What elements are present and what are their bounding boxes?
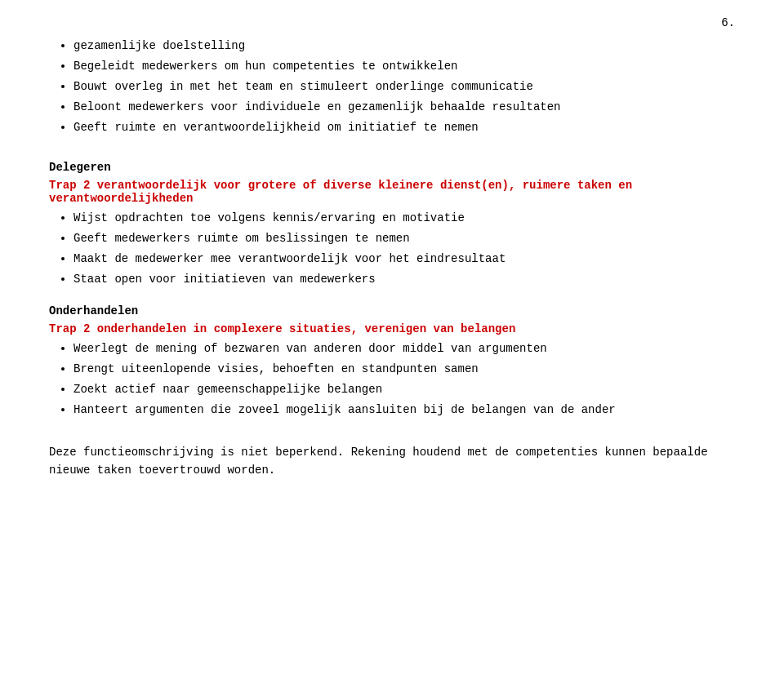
- intro-bullet-4: Beloont medewerkers voor individuele en …: [74, 99, 735, 116]
- delegeren-heading: Delegeren: [49, 161, 735, 174]
- intro-bullet-list: gezamenlijke doelstelling Begeleidt mede…: [74, 38, 735, 136]
- delegeren-bullet-list: Wijst opdrachten toe volgens kennis/erva…: [74, 210, 735, 288]
- footer-text: Deze functieomschrijving is niet beperke…: [49, 443, 735, 480]
- delegeren-section: Delegeren Trap 2 verantwoordelijk voor g…: [49, 161, 735, 288]
- intro-bullet-5: Geeft ruimte en verantwoordelijkheid om …: [74, 119, 735, 136]
- delegeren-bullet-2: Geeft medewerkers ruimte om beslissingen…: [74, 230, 735, 247]
- delegeren-bullet-3: Maakt de medewerker mee verantwoordelijk…: [74, 251, 735, 268]
- delegeren-trap-label: Trap 2 verantwoordelijk voor grotere of …: [49, 179, 735, 205]
- onderhandelen-bullet-1: Weerlegt de mening of bezwaren van ander…: [74, 340, 735, 357]
- onderhandelen-heading: Onderhandelen: [49, 304, 735, 317]
- delegeren-bullet-1: Wijst opdrachten toe volgens kennis/erva…: [74, 210, 735, 227]
- onderhandelen-trap-label: Trap 2 onderhandelen in complexere situa…: [49, 322, 735, 335]
- onderhandelen-bullet-4: Hanteert argumenten die zoveel mogelijk …: [74, 402, 735, 419]
- intro-bullet-2: Begeleidt medewerkers om hun competentie…: [74, 58, 735, 75]
- onderhandelen-bullet-3: Zoekt actief naar gemeenschappelijke bel…: [74, 381, 735, 398]
- delegeren-bullet-4: Staat open voor initiatieven van medewer…: [74, 271, 735, 288]
- page-number: 6.: [49, 16, 735, 29]
- intro-bullet-1: gezamenlijke doelstelling: [74, 38, 735, 55]
- onderhandelen-bullet-2: Brengt uiteenlopende visies, behoeften e…: [74, 361, 735, 378]
- onderhandelen-section: Onderhandelen Trap 2 onderhandelen in co…: [49, 304, 735, 419]
- onderhandelen-bullet-list: Weerlegt de mening of bezwaren van ander…: [74, 340, 735, 419]
- intro-bullet-3: Bouwt overleg in met het team en stimule…: [74, 78, 735, 95]
